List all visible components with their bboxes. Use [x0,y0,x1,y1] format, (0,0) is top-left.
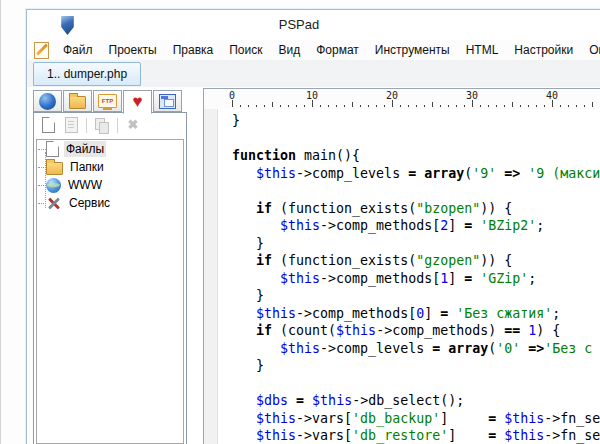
code-token: main(){ [296,148,360,163]
code-token: = [432,341,440,356]
ruler-tick [592,102,593,107]
code-line [232,130,600,148]
sidebar-tab[interactable]: ♥ [123,90,152,114]
new-file-button[interactable] [39,116,57,134]
window-title: PSPad [279,17,319,32]
menu-item[interactable]: Окно [581,41,600,59]
tree-branch-line [38,203,46,204]
code-token: ->comp_levels [320,341,432,356]
tree-item[interactable]: Папки [37,158,183,176]
keyword-token: array [448,341,488,356]
tools-icon [46,195,62,211]
ruler-tick [368,105,369,107]
ruler-tick [240,105,241,107]
code-token [288,393,296,408]
code-token: )) { [480,201,512,216]
code-line: $this->comp_methods[0] = 'Без сжатия'; [232,305,600,323]
code-line: if (function_exists("gzopen")) { [232,252,600,270]
code-token: (count( [272,323,336,338]
ftp-icon: FTP [98,94,117,108]
copy-file-button[interactable] [93,116,111,134]
editor-gutter [204,109,218,444]
keyword-token: array [424,166,464,181]
string-token: "gzopen" [416,253,480,268]
tree-item[interactable]: WWW [37,176,183,194]
edit-document-icon[interactable] [34,42,49,59]
edit-file-button[interactable] [62,116,80,134]
globe-icon [46,178,61,193]
document-tab[interactable]: 1.. dumper.php [33,62,141,86]
tree-item-label: WWW [66,177,104,193]
menu-item[interactable]: Настройки [506,41,581,59]
code-token: (function_exists( [272,201,416,216]
menubar: ФайлПроектыПравкаПоискВидФорматИнструмен… [27,40,600,60]
menu-item[interactable]: Формат [308,41,367,59]
tree-item[interactable]: Файлы [37,140,183,158]
variable-token: $dbs [256,393,288,408]
menu-item[interactable]: Проекты [101,41,165,59]
menu-item[interactable]: Правка [165,41,222,59]
ruler-tick [520,105,521,107]
code-line [232,182,600,200]
variable-token: $this [280,341,320,356]
tree-item-label: Файлы [64,141,106,157]
ruler-number: 40 [546,90,558,101]
code-token [232,323,256,338]
ruler-tick [576,105,577,107]
code-token: (function_exists( [272,253,416,268]
variable-token: $this [504,428,544,443]
sidebar-tab[interactable]: FTP [93,90,122,112]
variable-token: $this [256,306,296,321]
menu-item[interactable]: HTML [458,41,507,59]
string-token: 'db_backup' [352,411,440,426]
ruler-tick [560,105,561,107]
code-line: function main(){ [232,147,600,165]
keyword-token: if [256,253,272,268]
string-token: "bzopen" [416,201,480,216]
sidebar-tab[interactable] [33,90,62,112]
code-token: => [504,166,520,181]
code-area[interactable]: }function main(){ $this->comp_levels = a… [232,112,600,444]
variable-token: $this [256,411,296,426]
menu-item[interactable]: Файл [55,41,101,59]
code-token: } [232,113,240,128]
ruler-tick [464,105,465,107]
ruler-tick [504,105,505,107]
code-line: } [232,357,600,375]
screenshot-root: PSPad ФайлПроектыПравкаПоискВидФорматИнс… [0,0,600,444]
copy-file-icon [95,118,109,133]
string-token: 'db_restore' [352,428,448,443]
ruler-tick [488,105,489,107]
titlebar[interactable]: PSPad [27,10,600,40]
code-editor[interactable]: 010203040 }function main(){ $this->comp_… [203,88,600,444]
sidebar-tab[interactable] [153,90,182,112]
ruler-tick [440,105,441,107]
menu-item[interactable]: Инструменты [367,41,458,59]
variable-token: $this [336,323,376,338]
code-token [232,341,280,356]
ruler-tick [304,105,305,107]
code-token: = [408,166,416,181]
menu-item[interactable]: Вид [270,41,308,59]
menu-items: ФайлПроектыПравкаПоискВидФорматИнструмен… [55,41,600,59]
code-token: ->comp_methods) [376,323,504,338]
toolbar-separator [117,118,118,133]
string-token: '9' [472,166,496,181]
code-token: )) { [480,253,512,268]
ruler-tick [552,100,553,107]
ruler-tick [568,105,569,107]
code-line: if (count($this->comp_methods) == 1) { [232,322,600,340]
code-token: ->comp_methods[ [320,271,440,286]
ruler-tick [416,105,417,107]
sidebar-tab[interactable] [63,90,92,112]
favorites-tree: ФайлыПапкиWWWСервис [36,139,184,444]
sidebar-toolbar: ✖ [34,113,186,137]
code-token: 0 [416,306,424,321]
delete-button[interactable]: ✖ [124,116,142,134]
code-token: ] [448,428,488,443]
folder-icon [46,162,63,175]
tree-item[interactable]: Сервис [37,194,183,212]
code-token [232,428,256,443]
menu-item[interactable]: Поиск [221,41,270,59]
code-line: $this->comp_methods[2] = 'BZip2'; [232,217,600,235]
